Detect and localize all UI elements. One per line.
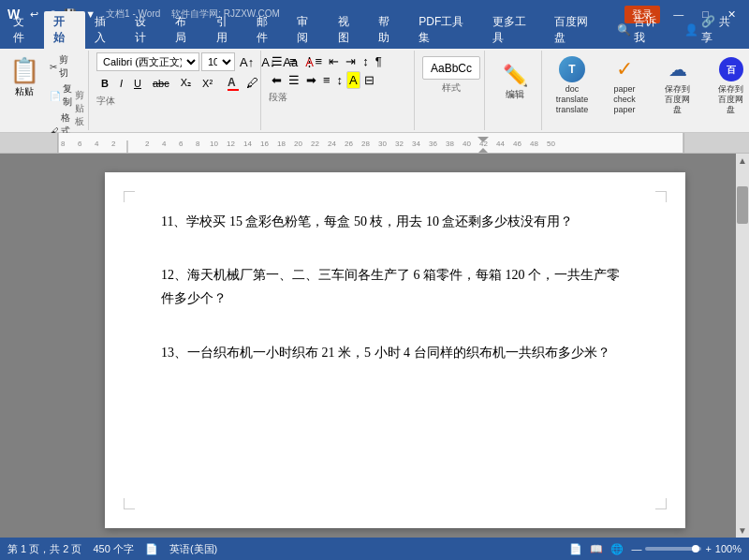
justify-button[interactable]: ≡ <box>320 71 333 89</box>
shading-button[interactable]: A <box>346 71 360 89</box>
svg-text:10: 10 <box>210 140 218 148</box>
paste-label: 粘贴 <box>15 85 34 98</box>
tab-insert[interactable]: 插入 <box>85 11 125 49</box>
tab-review[interactable]: 审阅 <box>287 11 328 49</box>
tab-mail[interactable]: 邮件 <box>247 11 287 49</box>
corner-mark-tl <box>124 191 135 202</box>
highlight-color-button[interactable]: 🖊 <box>243 74 261 92</box>
svg-text:30: 30 <box>378 140 387 148</box>
zoom-slider[interactable] <box>645 547 701 551</box>
paste-button[interactable]: 📋 粘贴 <box>4 52 45 128</box>
tab-home[interactable]: 开始 <box>44 11 84 49</box>
save-to-baidu-label: 保存到百度网盘 <box>662 84 693 114</box>
font-size-select[interactable]: 10 <box>201 52 235 71</box>
svg-text:44: 44 <box>496 140 505 148</box>
increase-indent-button[interactable]: ⇥ <box>343 52 359 70</box>
main-area: 11、学校买 15 盒彩色粉笔，每盒 50 枝，用去 10 盒还剩多少枝没有用？… <box>0 154 749 538</box>
style-preview: AaBbCc <box>431 62 472 75</box>
numbering-button[interactable]: ≡ <box>286 52 300 70</box>
cut-button[interactable]: ✂ 剪切 <box>47 52 75 81</box>
tab-tell[interactable]: 🔍 告诉我 <box>608 11 675 49</box>
font-name-select[interactable]: Calibri (西文正文) <box>96 52 199 71</box>
strikethrough-button[interactable]: abc <box>148 76 174 91</box>
decrease-indent-button[interactable]: ⇤ <box>326 52 342 70</box>
tab-design[interactable]: 设计 <box>125 11 166 49</box>
save-icon: ☁ <box>665 56 691 82</box>
view-normal-button[interactable]: 📄 <box>569 543 582 555</box>
svg-text:22: 22 <box>311 140 319 148</box>
zoom-in-button[interactable]: + <box>705 543 711 554</box>
show-paragraph-button[interactable]: ¶ <box>373 52 385 70</box>
svg-text:40: 40 <box>463 140 471 148</box>
multilevel-list-button[interactable]: ⋮≡ <box>301 52 326 70</box>
font-enlarge-button[interactable]: A↑ <box>237 53 257 71</box>
align-center-button[interactable]: ☰ <box>286 71 302 89</box>
zoom-slider-thumb <box>692 545 699 553</box>
doc-translate-button[interactable]: T doctranslatetranslate <box>550 52 595 128</box>
view-read-button[interactable]: 📖 <box>590 543 603 555</box>
svg-text:34: 34 <box>412 140 420 148</box>
tab-file[interactable]: 文件 <box>4 11 44 49</box>
paper-check-button[interactable]: ✓ papercheckpaper <box>602 52 647 128</box>
language-icon: 📄 <box>145 543 158 555</box>
word-count: 450 个字 <box>93 542 133 556</box>
svg-text:16: 16 <box>260 140 269 148</box>
tab-layout[interactable]: 布局 <box>166 11 206 49</box>
tab-pdf[interactable]: PDF工具集 <box>409 11 482 49</box>
ribbon-content: 📋 粘贴 ✂ 剪切 📄 复制 🖌 格式刷 剪贴板 Calibri (西文正文) <box>0 49 749 133</box>
vertical-scrollbar[interactable]: ▲ ▼ <box>736 154 749 538</box>
scroll-thumb[interactable] <box>737 186 748 224</box>
scroll-up-button[interactable]: ▲ <box>736 154 749 168</box>
svg-text:32: 32 <box>395 140 404 148</box>
svg-rect-2 <box>0 133 58 153</box>
cut-icon: ✂ <box>50 62 57 72</box>
sidebar-left <box>0 154 56 538</box>
tab-more[interactable]: 更多工具 <box>483 11 546 49</box>
align-left-button[interactable]: ⬅ <box>269 71 285 89</box>
styles-gallery-button[interactable]: AaBbCc <box>422 56 480 80</box>
copy-label: 复制 <box>63 82 72 109</box>
copy-button[interactable]: 📄 复制 <box>47 81 75 110</box>
page-count: 第 1 页，共 2 页 <box>7 542 81 556</box>
superscript-button[interactable]: X² <box>198 76 217 91</box>
underline-button[interactable]: U <box>129 76 146 91</box>
align-right-button[interactable]: ➡ <box>303 71 319 89</box>
highlight-icon: 🖊 <box>246 76 258 90</box>
save-to-baidu-button[interactable]: ☁ 保存到百度网盘 <box>654 52 700 128</box>
svg-rect-3 <box>683 133 749 153</box>
svg-text:38: 38 <box>446 140 454 148</box>
subscript-button[interactable]: X₂ <box>176 75 196 91</box>
svg-text:28: 28 <box>361 140 370 148</box>
clipboard-group: 📋 粘贴 ✂ 剪切 📄 复制 🖌 格式刷 剪贴板 <box>0 51 89 130</box>
clipboard-sub-buttons: ✂ 剪切 📄 复制 🖌 格式刷 <box>47 52 75 128</box>
paper-check-label: papercheckpaper <box>613 84 636 114</box>
bold-button[interactable]: B <box>96 76 113 91</box>
corner-mark-br <box>655 498 667 509</box>
svg-rect-4 <box>58 133 683 153</box>
italic-button[interactable]: I <box>115 76 127 91</box>
svg-text:4: 4 <box>162 140 167 148</box>
border-button[interactable]: ⊟ <box>361 71 377 89</box>
document-area: 11、学校买 15 盒彩色粉笔，每盒 50 枝，用去 10 盒还剩多少枝没有用？… <box>56 154 734 538</box>
line-spacing-button[interactable]: ↕ <box>334 71 346 89</box>
bullets-button[interactable]: ☰ <box>269 52 286 70</box>
copy-icon: 📄 <box>50 91 61 101</box>
tab-view[interactable]: 视图 <box>329 11 369 49</box>
scroll-down-button[interactable]: ▼ <box>736 523 749 538</box>
editing-button[interactable]: ✏️ 编辑 <box>492 60 537 105</box>
tab-refs[interactable]: 引用 <box>207 11 247 49</box>
sort-button[interactable]: ↕ <box>360 52 372 70</box>
view-web-button[interactable]: 🌐 <box>610 543 624 555</box>
zoom-out-button[interactable]: — <box>631 543 641 554</box>
status-right: 📄 📖 🌐 — + 100% <box>569 543 742 555</box>
share-button[interactable]: 👤 🔗 共享 <box>675 11 749 49</box>
editing-icon: ✏️ <box>503 64 528 88</box>
document-page[interactable]: 11、学校买 15 盒彩色粉笔，每盒 50 枝，用去 10 盒还剩多少枝没有用？… <box>105 172 685 528</box>
baidu-disk-icon: 百 <box>718 56 744 82</box>
font-color-button[interactable]: A <box>225 73 242 93</box>
ruler-svg: 8 6 4 2 2 4 6 8 10 12 14 16 18 20 22 24 … <box>0 133 749 153</box>
tab-baidu[interactable]: 百度网盘 <box>545 11 608 49</box>
baidu-disk-button[interactable]: 百 保存到百度网盘 <box>708 52 749 128</box>
tab-help[interactable]: 帮助 <box>369 11 409 49</box>
svg-text:2: 2 <box>111 140 116 148</box>
